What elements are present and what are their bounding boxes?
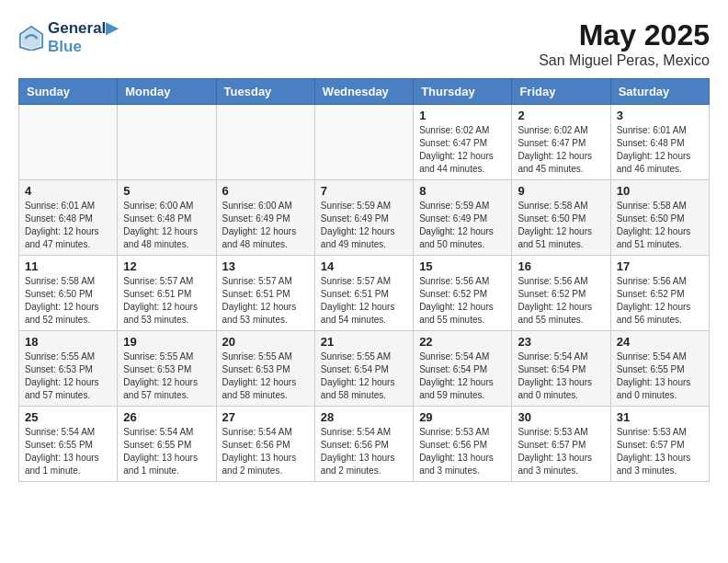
day-number: 1 — [419, 109, 506, 122]
day-number: 6 — [222, 184, 309, 198]
calendar-cell: 23Sunrise: 5:54 AM Sunset: 6:54 PM Dayli… — [512, 331, 610, 407]
calendar-cell: 6Sunrise: 6:00 AM Sunset: 6:49 PM Daylig… — [216, 180, 314, 256]
day-number: 11 — [25, 259, 111, 273]
day-number: 2 — [518, 109, 604, 122]
day-info: Sunrise: 5:54 AM Sunset: 6:54 PM Dayligh… — [419, 350, 506, 402]
calendar-cell: 19Sunrise: 5:55 AM Sunset: 6:53 PM Dayli… — [118, 331, 216, 407]
day-info: Sunrise: 5:54 AM Sunset: 6:56 PM Dayligh… — [321, 426, 407, 477]
calendar-cell: 24Sunrise: 5:54 AM Sunset: 6:55 PM Dayli… — [610, 331, 709, 407]
day-number: 17 — [617, 259, 703, 273]
day-info: Sunrise: 5:58 AM Sunset: 6:50 PM Dayligh… — [25, 275, 111, 327]
day-number: 8 — [419, 184, 506, 198]
day-info: Sunrise: 5:54 AM Sunset: 6:55 PM Dayligh… — [123, 426, 210, 477]
page-header: General▶ Blue May 2025 San Miguel Peras,… — [18, 18, 710, 69]
day-info: Sunrise: 6:00 AM Sunset: 6:48 PM Dayligh… — [123, 200, 210, 251]
day-info: Sunrise: 5:55 AM Sunset: 6:53 PM Dayligh… — [123, 350, 210, 402]
calendar-week-row: 25Sunrise: 5:54 AM Sunset: 6:55 PM Dayli… — [19, 407, 710, 482]
day-number: 28 — [321, 410, 407, 424]
logo: General▶ Blue — [18, 18, 118, 56]
day-info: Sunrise: 5:58 AM Sunset: 6:50 PM Dayligh… — [518, 200, 604, 251]
day-number: 22 — [419, 335, 506, 349]
day-info: Sunrise: 6:00 AM Sunset: 6:49 PM Dayligh… — [222, 200, 309, 251]
day-info: Sunrise: 6:02 AM Sunset: 6:47 PM Dayligh… — [419, 124, 506, 176]
weekday-header: Saturday — [610, 79, 709, 105]
calendar-cell: 30Sunrise: 5:53 AM Sunset: 6:57 PM Dayli… — [512, 407, 610, 482]
calendar-cell: 2Sunrise: 6:02 AM Sunset: 6:47 PM Daylig… — [512, 105, 610, 180]
day-number: 23 — [518, 335, 604, 349]
day-info: Sunrise: 5:56 AM Sunset: 6:52 PM Dayligh… — [518, 275, 604, 327]
calendar-cell: 1Sunrise: 6:02 AM Sunset: 6:47 PM Daylig… — [414, 105, 512, 180]
day-number: 19 — [123, 335, 210, 349]
calendar-cell: 26Sunrise: 5:54 AM Sunset: 6:55 PM Dayli… — [118, 407, 216, 482]
weekday-header: Monday — [118, 79, 216, 105]
calendar-cell — [216, 105, 314, 180]
location-title: San Miguel Peras, Mexico — [539, 52, 710, 69]
calendar-cell: 27Sunrise: 5:54 AM Sunset: 6:56 PM Dayli… — [216, 407, 314, 482]
calendar-cell: 18Sunrise: 5:55 AM Sunset: 6:53 PM Dayli… — [19, 331, 118, 407]
day-info: Sunrise: 6:01 AM Sunset: 6:48 PM Dayligh… — [617, 124, 703, 176]
calendar-cell — [19, 105, 118, 180]
day-number: 25 — [25, 410, 111, 424]
calendar-cell: 31Sunrise: 5:53 AM Sunset: 6:57 PM Dayli… — [610, 407, 709, 482]
weekday-header: Thursday — [414, 79, 512, 105]
day-info: Sunrise: 5:57 AM Sunset: 6:51 PM Dayligh… — [123, 275, 210, 327]
calendar-cell — [314, 105, 413, 180]
day-info: Sunrise: 5:54 AM Sunset: 6:55 PM Dayligh… — [25, 426, 111, 477]
day-number: 4 — [25, 184, 111, 198]
day-number: 27 — [222, 410, 309, 424]
calendar-cell: 29Sunrise: 5:53 AM Sunset: 6:56 PM Dayli… — [414, 407, 512, 482]
calendar-week-row: 1Sunrise: 6:02 AM Sunset: 6:47 PM Daylig… — [19, 105, 710, 180]
day-number: 29 — [419, 410, 506, 424]
calendar-week-row: 4Sunrise: 6:01 AM Sunset: 6:48 PM Daylig… — [19, 180, 710, 256]
day-info: Sunrise: 5:57 AM Sunset: 6:51 PM Dayligh… — [222, 275, 309, 327]
day-info: Sunrise: 5:56 AM Sunset: 6:52 PM Dayligh… — [419, 275, 506, 327]
day-info: Sunrise: 5:58 AM Sunset: 6:50 PM Dayligh… — [617, 200, 703, 251]
calendar-cell: 28Sunrise: 5:54 AM Sunset: 6:56 PM Dayli… — [314, 407, 413, 482]
title-area: May 2025 San Miguel Peras, Mexico — [539, 18, 710, 69]
day-number: 13 — [222, 259, 309, 273]
weekday-header: Sunday — [19, 79, 118, 105]
day-info: Sunrise: 6:01 AM Sunset: 6:48 PM Dayligh… — [25, 200, 111, 251]
calendar-cell: 4Sunrise: 6:01 AM Sunset: 6:48 PM Daylig… — [19, 180, 118, 256]
calendar-cell: 9Sunrise: 5:58 AM Sunset: 6:50 PM Daylig… — [512, 180, 610, 256]
day-number: 26 — [123, 410, 210, 424]
calendar-cell: 8Sunrise: 5:59 AM Sunset: 6:49 PM Daylig… — [414, 180, 512, 256]
calendar-cell: 25Sunrise: 5:54 AM Sunset: 6:55 PM Dayli… — [19, 407, 118, 482]
logo-text: General▶ Blue — [48, 18, 118, 56]
day-number: 20 — [222, 335, 309, 349]
calendar-cell: 17Sunrise: 5:56 AM Sunset: 6:52 PM Dayli… — [610, 256, 709, 331]
day-number: 21 — [321, 335, 407, 349]
day-number: 5 — [123, 184, 210, 198]
day-info: Sunrise: 5:53 AM Sunset: 6:56 PM Dayligh… — [419, 426, 506, 477]
weekday-header: Wednesday — [314, 79, 413, 105]
calendar-cell: 15Sunrise: 5:56 AM Sunset: 6:52 PM Dayli… — [414, 256, 512, 331]
calendar-cell: 20Sunrise: 5:55 AM Sunset: 6:53 PM Dayli… — [216, 331, 314, 407]
day-number: 10 — [617, 184, 703, 198]
calendar-cell — [118, 105, 216, 180]
calendar-header-row: SundayMondayTuesdayWednesdayThursdayFrid… — [19, 79, 710, 105]
calendar-week-row: 11Sunrise: 5:58 AM Sunset: 6:50 PM Dayli… — [19, 256, 710, 331]
weekday-header: Tuesday — [216, 79, 314, 105]
day-number: 31 — [617, 410, 703, 424]
day-info: Sunrise: 5:55 AM Sunset: 6:53 PM Dayligh… — [25, 350, 111, 402]
day-number: 16 — [518, 259, 604, 273]
calendar-table: SundayMondayTuesdayWednesdayThursdayFrid… — [18, 78, 710, 482]
day-number: 14 — [321, 259, 407, 273]
day-number: 9 — [518, 184, 604, 198]
day-number: 30 — [518, 410, 604, 424]
day-info: Sunrise: 5:54 AM Sunset: 6:56 PM Dayligh… — [222, 426, 309, 477]
weekday-header: Friday — [512, 79, 610, 105]
month-title: May 2025 — [539, 18, 710, 52]
calendar-cell: 14Sunrise: 5:57 AM Sunset: 6:51 PM Dayli… — [314, 256, 413, 331]
calendar-cell: 11Sunrise: 5:58 AM Sunset: 6:50 PM Dayli… — [19, 256, 118, 331]
day-info: Sunrise: 5:54 AM Sunset: 6:55 PM Dayligh… — [617, 350, 703, 402]
calendar-cell: 16Sunrise: 5:56 AM Sunset: 6:52 PM Dayli… — [512, 256, 610, 331]
day-info: Sunrise: 5:59 AM Sunset: 6:49 PM Dayligh… — [321, 200, 407, 251]
calendar-week-row: 18Sunrise: 5:55 AM Sunset: 6:53 PM Dayli… — [19, 331, 710, 407]
day-number: 7 — [321, 184, 407, 198]
calendar-cell: 12Sunrise: 5:57 AM Sunset: 6:51 PM Dayli… — [118, 256, 216, 331]
calendar-cell: 3Sunrise: 6:01 AM Sunset: 6:48 PM Daylig… — [610, 105, 709, 180]
day-info: Sunrise: 5:57 AM Sunset: 6:51 PM Dayligh… — [321, 275, 407, 327]
day-info: Sunrise: 5:59 AM Sunset: 6:49 PM Dayligh… — [419, 200, 506, 251]
logo-icon — [18, 25, 44, 51]
